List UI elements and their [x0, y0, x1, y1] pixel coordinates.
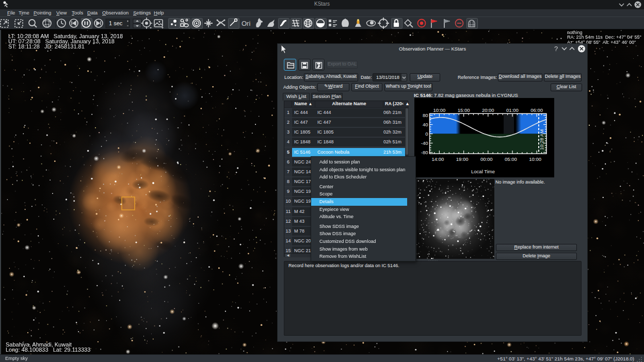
svg-text:06:00: 06:00: [530, 107, 543, 113]
svg-text:1 sec: 1 sec: [109, 20, 123, 26]
svg-text:10:00: 10:00: [529, 156, 541, 162]
svg-text:Ori: Ori: [242, 20, 250, 27]
svg-text:0: 0: [425, 131, 428, 137]
svg-text:-40: -40: [421, 140, 428, 146]
svg-text:40: 40: [423, 122, 428, 127]
svg-text:-80: -80: [421, 150, 428, 155]
svg-text:10:00: 10:00: [433, 107, 445, 113]
svg-text:10:28 AM: 10:28 AM: [539, 129, 544, 150]
svg-text:14:00: 14:00: [431, 156, 444, 162]
svg-text:Local Time: Local Time: [471, 169, 495, 174]
svg-text:19:00: 19:00: [456, 156, 469, 162]
svg-text:05:00: 05:00: [505, 156, 517, 162]
svg-text:15:00: 15:00: [458, 107, 470, 113]
svg-text:20:00: 20:00: [482, 107, 494, 113]
svg-text:01:00: 01:00: [506, 107, 519, 113]
svg-text:00:00: 00:00: [480, 156, 493, 162]
svg-text:80: 80: [423, 112, 428, 118]
